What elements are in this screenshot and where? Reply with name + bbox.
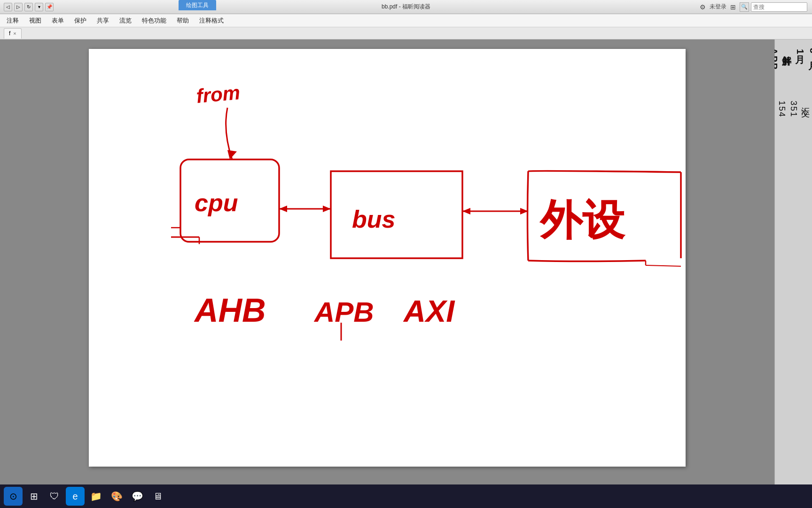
svg-text:AHB: AHB [194, 292, 266, 329]
pdf-area: from cpu bus [0, 40, 774, 490]
menu-item-help[interactable]: 帮助 [172, 15, 194, 26]
svg-line-18 [646, 265, 681, 266]
svg-text:from: from [195, 81, 241, 107]
svg-text:AXI: AXI [403, 294, 455, 328]
taskbar-security-btn[interactable]: 🛡 [45, 487, 64, 506]
menu-item-browse[interactable]: 流览 [115, 15, 136, 26]
svg-marker-13 [462, 208, 470, 214]
search-input[interactable] [751, 2, 807, 12]
diagram-drawing: from cpu bus [89, 49, 686, 467]
svg-text:cpu: cpu [195, 189, 238, 216]
svg-marker-1 [227, 150, 237, 159]
taskbar-paint-btn[interactable]: 🎨 [107, 487, 126, 506]
taskbar-files-btn[interactable]: ⊞ [24, 487, 43, 506]
taskbar-screen-btn[interactable]: 🖥 [148, 487, 167, 506]
menu-item-annotation[interactable]: 注释 [2, 15, 23, 26]
svg-text:外设: 外设 [539, 197, 626, 244]
pin-btn[interactable]: 📌 [45, 3, 54, 11]
tab-label: f [9, 30, 10, 37]
titlebar-title: bb.pdf - 福昕阅读器 [382, 3, 430, 11]
titlebar: ◁ ▷ ↻ ▾ 📌 绘图工具 bb.pdf - 福昕阅读器 ⚙ 未登录 ⊞ 🔍 [0, 0, 812, 14]
svg-text:bus: bus [352, 206, 395, 233]
svg-marker-14 [520, 208, 528, 214]
menu-item-features[interactable]: 特色功能 [137, 15, 171, 26]
sidebar-date-block: 8月月1并解APB [775, 48, 812, 71]
start-btn[interactable]: ⊙ [4, 487, 23, 506]
tabbar: f × [0, 27, 812, 40]
menu-item-form[interactable]: 表单 [47, 15, 69, 26]
taskbar-explorer-btn[interactable]: 📁 [86, 487, 105, 506]
titlebar-left: ◁ ▷ ↻ ▾ 📌 [0, 3, 54, 11]
taskbar: ⊙ ⊞ 🛡 e 📁 🎨 💬 🖥 [0, 484, 812, 508]
sidebar-extra-text: 汇交351154 [776, 101, 812, 118]
right-sidebar: 8月月1并解APB 汇交351154 [774, 40, 812, 490]
taskbar-chat-btn[interactable]: 💬 [128, 487, 147, 506]
pdf-page: from cpu bus [89, 49, 686, 467]
menubar: 注释 视图 表单 保护 共享 流览 特色功能 帮助 注释格式 [0, 14, 812, 27]
svg-marker-9 [323, 206, 331, 212]
sidebar-extra-block: 汇交351154 [775, 101, 812, 118]
search-bar: 🔍 [740, 2, 807, 12]
taskbar-browser-btn[interactable]: e [66, 487, 85, 506]
menu-item-protect[interactable]: 保护 [70, 15, 91, 26]
menu-item-view[interactable]: 视图 [24, 15, 46, 26]
menu-item-share[interactable]: 共享 [92, 15, 114, 26]
svg-text:APB: APB [313, 296, 374, 328]
refresh-btn[interactable]: ↻ [24, 3, 33, 11]
tab-close-btn[interactable]: × [13, 31, 16, 36]
drawing-tool-label: 绘图工具 [186, 1, 209, 9]
svg-rect-2 [180, 159, 279, 242]
titlebar-right: ⚙ 未登录 ⊞ 🔍 [700, 2, 812, 12]
forward-btn[interactable]: ▷ [14, 3, 23, 11]
main-area: from cpu bus [0, 40, 812, 490]
svg-marker-8 [279, 206, 287, 212]
pdf-tab[interactable]: f × [4, 28, 22, 39]
menu-btn[interactable]: ▾ [35, 3, 43, 11]
search-icon[interactable]: 🔍 [740, 2, 749, 12]
svg-rect-10 [331, 171, 462, 258]
grid-icon[interactable]: ⊞ [730, 3, 736, 11]
drawing-tool-tab[interactable]: 绘图工具 [179, 0, 216, 10]
settings-icon[interactable]: ⚙ [700, 3, 706, 11]
menu-item-annotation-format[interactable]: 注释格式 [195, 15, 228, 26]
back-btn[interactable]: ◁ [4, 3, 12, 11]
not-logged-in[interactable]: 未登录 [710, 3, 726, 11]
